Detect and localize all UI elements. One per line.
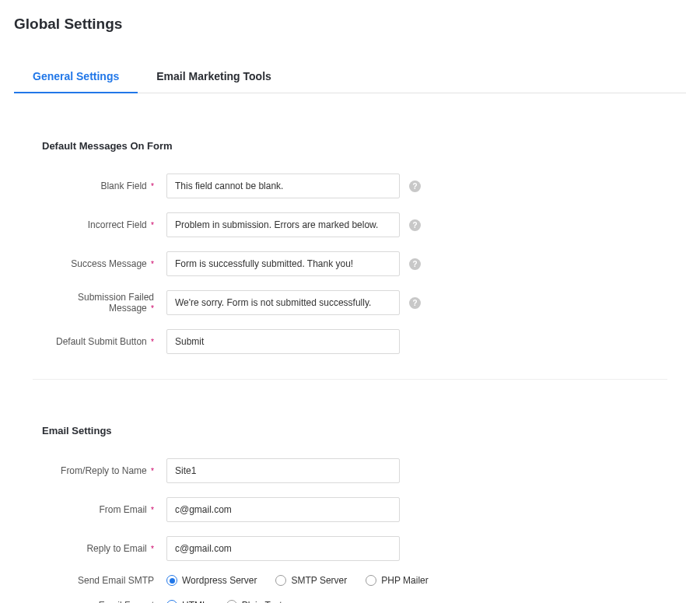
tabs: General Settings Email Marketing Tools <box>14 62 686 93</box>
default-submit-row: Default Submit Button * <box>42 329 658 354</box>
email-section: Email Settings From/Reply to Name * From… <box>14 425 686 603</box>
reply-email-label: Reply to Email * <box>42 543 157 554</box>
submission-failed-row: Submission Failed Message * ? <box>42 290 658 315</box>
success-message-row: Success Message * ? <box>42 251 658 276</box>
default-submit-input[interactable] <box>166 329 400 354</box>
from-name-label: From/Reply to Name * <box>42 465 157 476</box>
from-name-input[interactable] <box>166 458 400 483</box>
radio-icon <box>275 575 286 586</box>
radio-icon <box>366 575 376 586</box>
blank-field-input[interactable] <box>166 174 400 198</box>
tab-email-marketing-tools[interactable]: Email Marketing Tools <box>138 62 290 93</box>
from-email-input[interactable] <box>166 497 400 522</box>
radio-icon <box>226 600 237 603</box>
success-message-input[interactable] <box>166 251 400 276</box>
incorrect-field-input[interactable] <box>166 212 400 237</box>
page-title: Global Settings <box>14 16 686 33</box>
radio-label: Wordpress Server <box>182 575 257 586</box>
email-section-title: Email Settings <box>42 425 658 436</box>
smtp-radio-group: Wordpress Server SMTP Server PHP Mailer <box>166 575 429 586</box>
from-name-row: From/Reply to Name * <box>42 458 658 483</box>
messages-section-title: Default Messages On Form <box>42 140 658 152</box>
radio-label: HTML <box>182 600 208 603</box>
reply-email-input[interactable] <box>166 536 400 561</box>
help-icon[interactable]: ? <box>409 258 421 270</box>
radio-checked-icon <box>166 600 177 603</box>
incorrect-field-label: Incorrect Field * <box>42 219 157 230</box>
format-row: Email Format HTML Plain Text <box>42 600 658 603</box>
reply-email-row: Reply to Email * <box>42 536 658 561</box>
radio-label: SMTP Server <box>291 575 347 586</box>
success-message-label: Success Message * <box>42 258 157 269</box>
smtp-option-wordpress[interactable]: Wordpress Server <box>166 575 257 586</box>
default-submit-label: Default Submit Button * <box>42 336 157 347</box>
format-label: Email Format <box>42 600 157 603</box>
smtp-option-php-mailer[interactable]: PHP Mailer <box>366 575 428 586</box>
section-divider <box>33 379 667 380</box>
format-option-plain-text[interactable]: Plain Text <box>226 600 282 603</box>
messages-section: Default Messages On Form Blank Field * ?… <box>14 140 686 354</box>
submission-failed-label: Submission Failed Message * <box>42 292 157 314</box>
from-email-row: From Email * <box>42 497 658 522</box>
radio-label: PHP Mailer <box>381 575 428 586</box>
radio-checked-icon <box>166 575 177 586</box>
smtp-row: Send Email SMTP Wordpress Server SMTP Se… <box>42 575 658 586</box>
from-email-label: From Email * <box>42 504 157 515</box>
blank-field-label: Blank Field * <box>42 181 157 191</box>
help-icon[interactable]: ? <box>409 297 421 309</box>
tab-general-settings[interactable]: General Settings <box>14 62 138 93</box>
format-option-html[interactable]: HTML <box>166 600 208 603</box>
radio-label: Plain Text <box>242 600 282 603</box>
smtp-label: Send Email SMTP <box>42 575 157 586</box>
incorrect-field-row: Incorrect Field * ? <box>42 212 658 237</box>
smtp-option-smtp-server[interactable]: SMTP Server <box>275 575 347 586</box>
blank-field-row: Blank Field * ? <box>42 174 658 198</box>
help-icon[interactable]: ? <box>409 181 421 192</box>
submission-failed-input[interactable] <box>166 290 400 315</box>
help-icon[interactable]: ? <box>409 219 421 231</box>
format-radio-group: HTML Plain Text <box>166 600 282 603</box>
